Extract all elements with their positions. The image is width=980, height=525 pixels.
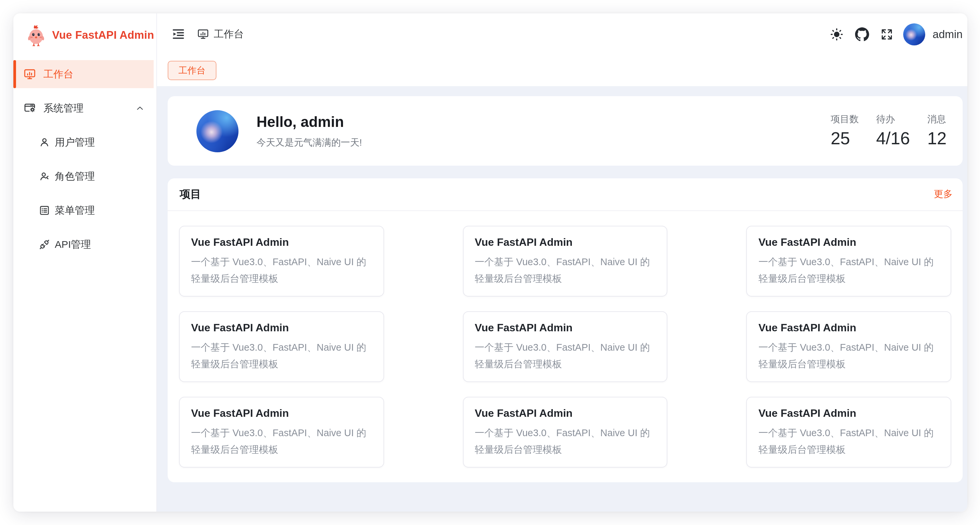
project-card-desc: 一个基于 Vue3.0、FastAPI、Naive UI 的轻量级后台管理模板 [475,425,655,458]
project-card-desc: 一个基于 Vue3.0、FastAPI、Naive UI 的轻量级后台管理模板 [191,425,372,458]
stats: 项目数 25 待办 4/16 消息 12 [831,113,947,149]
sidebar-item-label: API管理 [55,238,91,251]
app-window: Vue FastAPI Admin 工作台 [13,13,967,512]
greeting-avatar [196,110,239,152]
sidebar: Vue FastAPI Admin 工作台 [13,13,157,512]
stat-todos: 待办 4/16 [876,113,910,149]
project-card-desc: 一个基于 Vue3.0、FastAPI、Naive UI 的轻量级后台管理模板 [759,425,939,458]
greeting-card: Hello, admin 今天又是元气满满的一天! 项目数 25 待办 4/16 [168,96,963,165]
project-card-title: Vue FastAPI Admin [759,322,939,334]
sidebar-item-label: 菜单管理 [55,204,95,217]
sidebar-item-workbench[interactable]: 工作台 [13,60,154,88]
project-card-title: Vue FastAPI Admin [759,407,939,420]
project-card[interactable]: Vue FastAPI Admin 一个基于 Vue3.0、FastAPI、Na… [746,226,951,297]
project-card-title: Vue FastAPI Admin [475,322,655,334]
project-card-desc: 一个基于 Vue3.0、FastAPI、Naive UI 的轻量级后台管理模板 [759,254,939,287]
stat-label: 项目数 [831,113,859,125]
greeting-subtitle: 今天又是元气满满的一天! [256,137,362,149]
project-card[interactable]: Vue FastAPI Admin 一个基于 Vue3.0、FastAPI、Na… [463,397,667,468]
theme-toggle-sun-icon[interactable] [830,27,844,41]
top-header: 工作台 [157,13,967,55]
workbench-icon [197,28,209,40]
greeting-title: Hello, admin [256,113,362,130]
system-settings-icon [23,102,36,115]
stat-projects: 项目数 25 [831,113,859,149]
page: Vue FastAPI Admin 工作台 [0,0,980,525]
project-card-title: Vue FastAPI Admin [475,407,655,420]
project-card-desc: 一个基于 Vue3.0、FastAPI、Naive UI 的轻量级后台管理模板 [191,339,372,372]
projects-header: 项目 更多 [168,178,963,211]
main-area: 工作台 [157,13,967,512]
project-card-title: Vue FastAPI Admin [191,322,372,334]
sidebar-item-label: 系统管理 [43,102,83,115]
projects-more-link[interactable]: 更多 [934,188,953,200]
chevron-up-icon [135,103,145,113]
api-icon [39,239,50,250]
project-card[interactable]: Vue FastAPI Admin 一个基于 Vue3.0、FastAPI、Na… [746,311,951,382]
project-card-desc: 一个基于 Vue3.0、FastAPI、Naive UI 的轻量级后台管理模板 [759,339,939,372]
project-card-title: Vue FastAPI Admin [191,407,372,420]
greeting-text: Hello, admin 今天又是元气满满的一天! [256,113,362,149]
project-card[interactable]: Vue FastAPI Admin 一个基于 Vue3.0、FastAPI、Na… [179,397,384,468]
project-card-desc: 一个基于 Vue3.0、FastAPI、Naive UI 的轻量级后台管理模板 [475,254,655,287]
chick-logo-icon [26,24,46,46]
tag-workbench[interactable]: 工作台 [168,61,216,80]
sidebar-item-label: 用户管理 [55,136,95,149]
fullscreen-icon[interactable] [880,28,893,40]
sidebar-item-users[interactable]: 用户管理 [13,128,154,156]
github-icon[interactable] [855,27,869,41]
project-card[interactable]: Vue FastAPI Admin 一个基于 Vue3.0、FastAPI、Na… [746,397,951,468]
logo[interactable]: Vue FastAPI Admin [13,13,156,56]
project-card[interactable]: Vue FastAPI Admin 一个基于 Vue3.0、FastAPI、Na… [179,311,384,382]
project-card-title: Vue FastAPI Admin [759,237,939,248]
workbench-icon [23,68,36,81]
sidebar-item-menus[interactable]: 菜单管理 [13,196,154,224]
sidebar-item-system[interactable]: 系统管理 [13,94,154,122]
user-icon [39,137,50,148]
projects-grid: Vue FastAPI Admin 一个基于 Vue3.0、FastAPI、Na… [168,211,963,482]
stat-value: 12 [927,128,947,149]
user-avatar[interactable] [903,23,925,45]
stat-messages: 消息 12 [927,113,947,149]
projects-title: 项目 [180,187,201,201]
project-card-title: Vue FastAPI Admin [191,237,372,248]
stat-label: 消息 [927,113,947,125]
projects-panel: 项目 更多 Vue FastAPI Admin 一个基于 Vue3.0、Fast… [168,178,963,482]
app-title: Vue FastAPI Admin [52,29,154,41]
project-card-desc: 一个基于 Vue3.0、FastAPI、Naive UI 的轻量级后台管理模板 [191,254,372,287]
project-card[interactable]: Vue FastAPI Admin 一个基于 Vue3.0、FastAPI、Na… [463,226,667,297]
tag-bar: 工作台 [157,55,967,86]
breadcrumb[interactable]: 工作台 [197,28,244,40]
username[interactable]: admin [932,28,963,40]
collapse-sidebar-icon[interactable] [172,27,185,41]
stat-value: 4/16 [876,128,910,149]
content-area: Hello, admin 今天又是元气满满的一天! 项目数 25 待办 4/16 [157,86,967,512]
project-card[interactable]: Vue FastAPI Admin 一个基于 Vue3.0、FastAPI、Na… [179,226,384,297]
menu-list-icon [39,205,50,216]
project-card-desc: 一个基于 Vue3.0、FastAPI、Naive UI 的轻量级后台管理模板 [475,339,655,372]
sidebar-item-api[interactable]: API管理 [13,231,154,258]
stat-value: 25 [831,128,859,149]
sidebar-item-label: 工作台 [43,68,73,81]
project-card-title: Vue FastAPI Admin [475,237,655,248]
stat-label: 待办 [876,113,910,125]
sidebar-item-roles[interactable]: 角色管理 [13,162,154,190]
header-actions: admin [818,23,963,45]
breadcrumb-label: 工作台 [214,28,244,40]
role-icon [39,171,50,182]
project-card[interactable]: Vue FastAPI Admin 一个基于 Vue3.0、FastAPI、Na… [463,311,667,382]
sidebar-item-label: 角色管理 [55,170,95,183]
sidebar-menu: 工作台 系统管理 [13,60,156,258]
